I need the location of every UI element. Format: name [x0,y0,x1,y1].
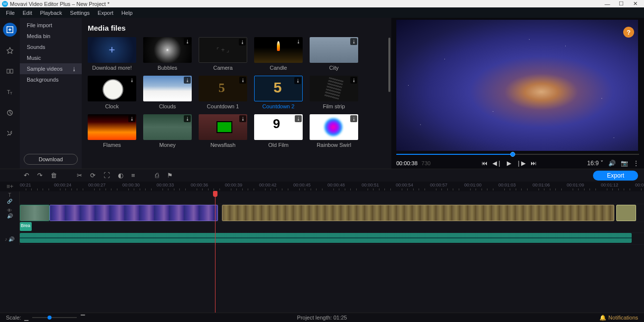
menu-help[interactable]: Help [117,9,137,17]
media-item-oldfilm[interactable]: ⭳Old Film [254,114,303,148]
media-item-clock[interactable]: ⭳Clock [88,76,136,109]
media-item-city[interactable]: ⭳City [310,37,358,71]
tool-import[interactable] [3,23,17,37]
media-item-news[interactable]: ⭳Newsflash [199,114,247,148]
preview-canvas[interactable] [396,20,638,151]
tool-more[interactable] [3,127,17,140]
record-button[interactable]: ⎙ [155,172,159,179]
media-thumb[interactable]: ⭳ [254,76,303,101]
sidebar-item-sounds[interactable]: Sounds [20,42,82,52]
media-thumb[interactable]: ⭳ [254,114,303,140]
adjust-button[interactable]: ≡ [131,172,135,179]
media-thumb[interactable]: ⭳ [143,37,192,63]
volume-button[interactable]: 🔊 [608,160,616,167]
maximize-button[interactable]: ☐ [614,0,628,7]
media-item-camera[interactable]: ⌜ + ⌟⭳Camera [199,37,247,71]
step-back-button[interactable]: ◀❘ [492,160,502,167]
rotate-button[interactable]: ⟳ [90,172,96,179]
menu-edit[interactable]: Edit [19,9,36,17]
redo-button[interactable]: ↷ [37,172,43,179]
audio-clip-breath[interactable]: Brea [20,222,32,231]
media-item-count2[interactable]: ⭳Countdown 2 [254,76,303,109]
sidebar-item-backgrounds[interactable]: Backgrounds [20,74,82,85]
audio-track-head[interactable]: ♪ 🔊 [0,233,20,245]
export-button[interactable]: Export [593,171,638,181]
media-item-money[interactable]: ⭳Money [143,114,192,148]
next-clip-button[interactable]: ⏭ [531,160,537,167]
scale-down-button[interactable]: ▁ [24,315,28,321]
media-thumb[interactable]: ⭳ [310,76,358,101]
media-thumb[interactable]: ⭳ [88,76,136,101]
minimize-button[interactable]: — [600,1,614,7]
notifications-button[interactable]: 🔔 Notifications [599,315,638,321]
play-button[interactable]: ▶ [507,160,511,167]
undo-button[interactable]: ↶ [24,172,29,179]
tool-filters[interactable] [3,44,17,57]
media-thumb[interactable]: ⭳ [143,76,192,101]
audio-clip-main[interactable] [20,233,632,243]
ruler-tick: 00:01:09 [567,183,584,187]
media-thumb[interactable]: ⭳ [199,114,247,140]
media-thumb[interactable]: + [88,37,136,63]
seek-handle[interactable] [510,152,515,157]
media-thumb[interactable]: ⭳ [254,37,303,63]
media-item-film[interactable]: ⭳Film strip [310,76,358,109]
media-item-download[interactable]: +Download more! [88,37,136,71]
menu-file[interactable]: File [2,9,19,17]
timeline-ruler[interactable]: 00:2100:00:2400:00:2700:00:3000:00:3300:… [20,182,644,191]
media-item-candle[interactable]: ⭳Candle [254,37,303,71]
media-item-rainbow[interactable]: ⭳Rainbow Swirl [310,114,358,148]
video-clip-2[interactable] [50,205,218,221]
video-clip-3[interactable] [222,205,614,221]
scale-up-button[interactable]: ▔ [81,315,85,321]
add-track-button[interactable]: ≡+ [6,183,13,190]
media-item-count1[interactable]: ⭳Countdown 1 [199,76,247,109]
media-thumb[interactable]: ⭳ [199,76,247,101]
delete-button[interactable]: 🗑 [51,172,57,179]
text-track[interactable] [20,191,644,204]
close-button[interactable]: ✕ [628,0,642,7]
preview-time: 00:00:38 [396,160,418,166]
scale-slider[interactable] [32,317,77,318]
crop-button[interactable]: ⛶ [104,172,110,179]
media-scrollbar[interactable] [388,38,390,167]
sidebar-item-media-bin[interactable]: Media bin [20,31,82,42]
text-track-head[interactable]: T 🔗 [0,191,20,204]
video-clip-4[interactable] [616,205,636,221]
linked-audio-track-head[interactable] [0,222,20,233]
aspect-ratio-dropdown[interactable]: 16:9 ˅ [587,160,603,167]
media-thumb[interactable]: ⌜ + ⌟⭳ [199,37,247,63]
media-item-flames[interactable]: ⭳Flames [88,114,136,148]
video-track[interactable] [20,204,644,222]
download-button[interactable]: Download [24,154,78,165]
download-badge-icon: ⭳ [184,115,191,122]
media-thumb[interactable]: ⭳ [310,37,358,63]
sidebar-item-music[interactable]: Music [20,52,82,63]
sidebar-item-file-import[interactable]: File import [20,20,82,31]
preview-seekbar[interactable] [396,151,639,158]
video-clip-1[interactable] [20,205,50,221]
media-thumb[interactable]: ⭳ [88,114,136,140]
cut-button[interactable]: ✂ [77,172,82,179]
sidebar-item-sample-videos[interactable]: Sample videos⭳ [20,63,82,74]
menu-export[interactable]: Export [94,9,117,17]
marker-button[interactable]: ⚑ [167,172,173,179]
snapshot-button[interactable]: 📷 [621,160,628,167]
help-button[interactable]: ? [623,27,634,38]
color-button[interactable]: ◐ [118,172,123,179]
preview-settings-button[interactable]: ⋮ [633,160,639,167]
media-item-bubbles[interactable]: ⭳Bubbles [143,37,192,71]
linked-audio-track[interactable]: Brea [20,222,644,233]
audio-track[interactable] [20,233,644,245]
media-item-clouds[interactable]: ⭳Clouds [143,76,192,109]
menu-settings[interactable]: Settings [66,9,94,17]
tool-transitions[interactable] [3,64,17,78]
step-forward-button[interactable]: ❘▶ [516,160,526,167]
video-track-head[interactable]: 👁🔊 [0,204,20,222]
prev-clip-button[interactable]: ⏮ [482,160,487,167]
menu-playback[interactable]: Playback [36,9,66,17]
tool-titles[interactable]: TT [3,85,17,99]
tool-stickers[interactable] [3,106,17,120]
media-thumb[interactable]: ⭳ [143,114,192,140]
media-thumb[interactable]: ⭳ [310,114,358,140]
